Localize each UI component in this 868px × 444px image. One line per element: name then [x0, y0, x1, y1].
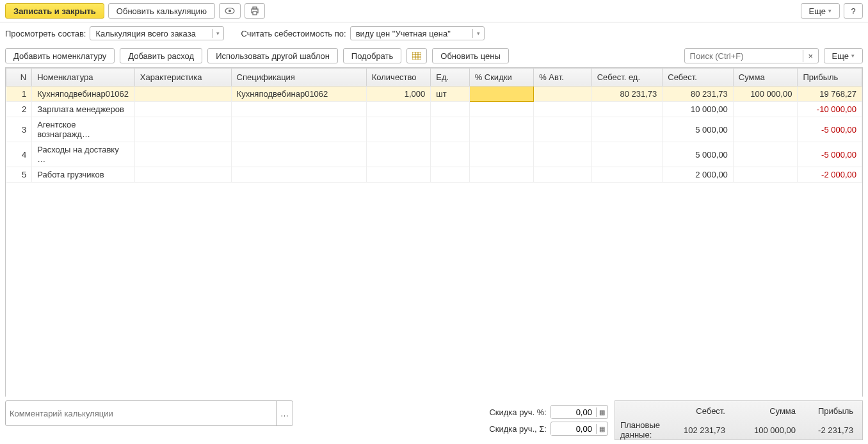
calculator-icon[interactable]: ▦: [596, 407, 607, 417]
comment-input[interactable]: [6, 401, 276, 425]
footer: … Скидка руч. %: ▦ Скидка руч., Σ: ▦ Себ…: [0, 397, 868, 444]
cost-unit-cell: [591, 142, 663, 167]
col-sum[interactable]: Сумма: [733, 69, 798, 86]
unit-cell[interactable]: [431, 117, 469, 142]
calculator-icon[interactable]: ▦: [596, 424, 607, 434]
table-area: N Номенклатура Характеристика Спецификац…: [5, 67, 863, 411]
specification-cell[interactable]: [231, 117, 366, 142]
cost-cell: 80 231,73: [663, 86, 734, 102]
top-toolbar: Записать и закрыть Обновить калькуляцию …: [0, 0, 868, 22]
search-box[interactable]: ×: [684, 48, 819, 63]
view-button[interactable]: [219, 3, 241, 19]
profit-cell: -10 000,00: [798, 102, 862, 117]
comment-expand-button[interactable]: …: [276, 401, 293, 425]
cost-select[interactable]: виду цен "Учетная цена" ▾: [350, 26, 485, 40]
nomenclature-cell[interactable]: Работа грузчиков: [32, 167, 135, 183]
nomenclature-cell[interactable]: Агентское вознагражд…: [32, 117, 135, 142]
quantity-cell[interactable]: [366, 142, 431, 167]
quantity-cell[interactable]: [366, 102, 431, 117]
unit-cell[interactable]: шт: [431, 86, 469, 102]
col-auto[interactable]: % Авт.: [534, 69, 591, 86]
col-unit[interactable]: Ед.: [431, 69, 469, 86]
discount-cell[interactable]: [469, 86, 534, 102]
specification-cell[interactable]: Кухняподвебинар01062: [231, 86, 366, 102]
comment-box[interactable]: …: [5, 400, 293, 426]
profit-cell: -2 000,00: [798, 167, 862, 183]
nomenclature-cell[interactable]: Расходы на доставку …: [32, 142, 135, 167]
col-profit[interactable]: Прибыль: [798, 69, 862, 86]
characteristic-cell[interactable]: [134, 167, 231, 183]
col-characteristic[interactable]: Характеристика: [134, 69, 231, 86]
select-button[interactable]: Подобрать: [343, 48, 401, 63]
unit-cell[interactable]: [431, 102, 469, 117]
cost-unit-cell: [591, 102, 663, 117]
auto-cell[interactable]: [534, 117, 591, 142]
auto-cell[interactable]: [534, 102, 591, 117]
characteristic-cell[interactable]: [134, 102, 231, 117]
sum-cell: [733, 142, 798, 167]
specification-cell[interactable]: [231, 167, 366, 183]
row-number: 1: [6, 86, 32, 102]
table-row[interactable]: 5Работа грузчиков2 000,00-2 000,00: [6, 167, 862, 183]
table-row[interactable]: 4Расходы на доставку …5 000,00-5 000,00: [6, 142, 862, 167]
unit-cell[interactable]: [431, 142, 469, 167]
update-prices-button[interactable]: Обновить цены: [432, 48, 509, 63]
svg-rect-5: [412, 52, 421, 60]
discount-pct-field[interactable]: [551, 406, 596, 418]
discount-sum-field[interactable]: [551, 423, 596, 435]
unit-cell[interactable]: [431, 167, 469, 183]
use-template-button[interactable]: Использовать другой шаблон: [207, 48, 338, 63]
header-row: N Номенклатура Характеристика Спецификац…: [6, 69, 862, 86]
quantity-cell[interactable]: 1,000: [366, 86, 431, 102]
search-input[interactable]: [685, 50, 803, 62]
nomenclature-cell[interactable]: Кухняподвебинар01062: [32, 86, 135, 102]
auto-cell[interactable]: [534, 167, 591, 183]
quantity-cell[interactable]: [366, 117, 431, 142]
col-n[interactable]: N: [6, 69, 32, 86]
add-expense-button[interactable]: Добавить расход: [120, 48, 202, 63]
specification-cell[interactable]: [231, 142, 366, 167]
discount-fields: Скидка руч. %: ▦ Скидка руч., Σ: ▦: [489, 400, 608, 440]
cost-select-text: виду цен "Учетная цена": [351, 28, 472, 40]
col-discount[interactable]: % Скидки: [469, 69, 534, 86]
nomenclature-cell[interactable]: Зарплата менеджеров: [32, 102, 135, 117]
table-row[interactable]: 1Кухняподвебинар01062Кухняподвебинар0106…: [6, 86, 862, 102]
clear-search-button[interactable]: ×: [803, 50, 819, 62]
cost-label: Считать себестоимость по:: [241, 29, 346, 38]
grid-button[interactable]: [406, 48, 427, 63]
col-cost-unit[interactable]: Себест. ед.: [591, 69, 663, 86]
characteristic-cell[interactable]: [134, 86, 231, 102]
update-calc-button[interactable]: Обновить калькуляцию: [108, 3, 215, 19]
col-quantity[interactable]: Количество: [366, 69, 431, 86]
table-row[interactable]: 2Зарплата менеджеров10 000,00-10 000,00: [6, 102, 862, 117]
filter-row: Просмотреть состав: Калькуляция всего за…: [0, 22, 868, 44]
grid-icon: [412, 52, 421, 60]
quantity-cell[interactable]: [366, 167, 431, 183]
print-button[interactable]: [245, 3, 265, 19]
save-close-button[interactable]: Записать и закрыть: [5, 3, 104, 19]
print-icon: [250, 6, 259, 15]
auto-cell[interactable]: [534, 142, 591, 167]
cost-unit-cell: [591, 117, 663, 142]
add-nomenclature-button[interactable]: Добавить номенклатуру: [5, 48, 115, 63]
col-nomenclature[interactable]: Номенклатура: [32, 69, 135, 86]
more-button-top[interactable]: Еще: [801, 3, 840, 19]
col-specification[interactable]: Спецификация: [231, 69, 366, 86]
col-cost[interactable]: Себест.: [663, 69, 734, 86]
discount-pct-input[interactable]: ▦: [551, 405, 608, 419]
discount-cell[interactable]: [469, 142, 534, 167]
discount-sum-input[interactable]: ▦: [551, 422, 608, 436]
more-button-actions[interactable]: Еще: [824, 48, 863, 63]
view-select[interactable]: Калькуляция всего заказа ▾: [90, 26, 224, 40]
sum-cell: [733, 167, 798, 183]
characteristic-cell[interactable]: [134, 142, 231, 167]
characteristic-cell[interactable]: [134, 117, 231, 142]
discount-cell[interactable]: [469, 102, 534, 117]
discount-cell[interactable]: [469, 167, 534, 183]
discount-cell[interactable]: [469, 117, 534, 142]
row-number: 4: [6, 142, 32, 167]
help-button[interactable]: ?: [844, 3, 863, 19]
specification-cell[interactable]: [231, 102, 366, 117]
auto-cell[interactable]: [534, 86, 591, 102]
table-row[interactable]: 3Агентское вознагражд…5 000,00-5 000,00: [6, 117, 862, 142]
